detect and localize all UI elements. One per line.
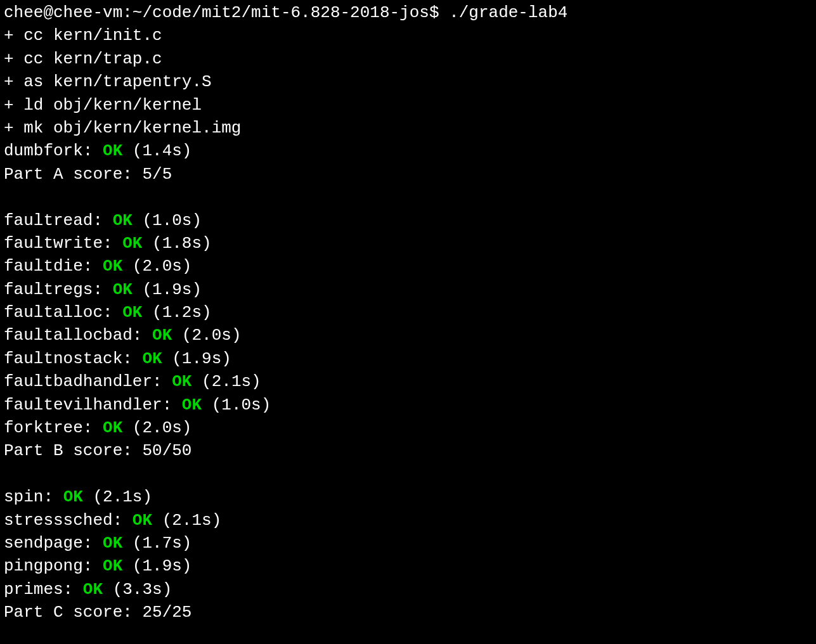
- test-result-line: faultalloc: OK (1.2s): [4, 301, 812, 324]
- test-time: (1.9s): [122, 557, 191, 576]
- test-name: faultbadhandler:: [4, 372, 172, 391]
- build-text: + cc kern/init.c: [4, 26, 162, 45]
- test-status: OK: [122, 234, 142, 253]
- test-status: OK: [182, 396, 202, 415]
- build-line: + cc kern/trap.c: [4, 48, 812, 70]
- score-text: Part A score: 5/5: [4, 165, 172, 184]
- test-status: OK: [113, 280, 133, 299]
- prompt-path: ~/code/mit2/mit-6.828-2018-jos: [133, 3, 429, 22]
- score-line: Part C score: 25/25: [4, 601, 812, 624]
- test-time: (1.7s): [122, 534, 191, 553]
- test-time: (1.9s): [133, 280, 202, 299]
- test-status: OK: [113, 211, 133, 230]
- test-time: (2.0s): [122, 257, 191, 276]
- prompt-separator: :: [122, 3, 133, 22]
- test-result-line: faultwrite: OK (1.8s): [4, 232, 812, 255]
- build-line: + cc kern/init.c: [4, 24, 812, 47]
- test-status: OK: [103, 557, 122, 576]
- test-result-line: faultnostack: OK (1.9s): [4, 347, 812, 370]
- prompt-dollar: $: [429, 3, 449, 22]
- build-text: + as kern/trapentry.S: [4, 72, 212, 91]
- test-name: faultwrite:: [4, 234, 122, 253]
- test-time: (3.3s): [103, 580, 172, 599]
- test-time: (2.0s): [172, 326, 241, 345]
- test-name: faultread:: [4, 211, 113, 230]
- test-result-line: pingpong: OK (1.9s): [4, 555, 812, 577]
- test-name: forktree:: [4, 418, 103, 437]
- build-line: + mk obj/kern/kernel.img: [4, 117, 812, 139]
- test-result-line: spin: OK (2.1s): [4, 486, 812, 508]
- blank-line: [4, 463, 812, 486]
- test-result-line: forktree: OK (2.0s): [4, 416, 812, 439]
- test-name: faultregs:: [4, 280, 113, 299]
- test-name: pingpong:: [4, 557, 103, 576]
- test-time: (1.0s): [202, 396, 271, 415]
- terminal-output[interactable]: chee@chee-vm:~/code/mit2/mit-6.828-2018-…: [4, 1, 812, 624]
- score-text: Part C score: 25/25: [4, 603, 191, 622]
- test-name: faultevilhandler:: [4, 396, 182, 415]
- test-status: OK: [83, 580, 103, 599]
- score-line: Part A score: 5/5: [4, 163, 812, 186]
- prompt-user-host: chee@chee-vm: [4, 3, 122, 22]
- test-result-line: faultbadhandler: OK (2.1s): [4, 370, 812, 393]
- test-status: OK: [152, 326, 172, 345]
- test-result-line: dumbfork: OK (1.4s): [4, 139, 812, 162]
- build-line: + as kern/trapentry.S: [4, 70, 812, 93]
- command-text: ./grade-lab4: [449, 3, 567, 22]
- test-time: (1.4s): [122, 141, 191, 160]
- test-time: (1.9s): [162, 349, 231, 368]
- test-status: OK: [103, 418, 122, 437]
- test-name: dumbfork:: [4, 141, 103, 160]
- test-status: OK: [142, 349, 162, 368]
- test-time: (2.1s): [83, 487, 152, 506]
- test-name: faultallocbad:: [4, 326, 152, 345]
- test-status: OK: [103, 534, 122, 553]
- build-text: + ld obj/kern/kernel: [4, 96, 202, 115]
- test-time: (2.1s): [152, 511, 221, 530]
- test-name: spin:: [4, 487, 63, 506]
- build-line: + ld obj/kern/kernel: [4, 94, 812, 117]
- test-result-line: faultdie: OK (2.0s): [4, 255, 812, 278]
- test-status: OK: [133, 511, 152, 530]
- build-text: + mk obj/kern/kernel.img: [4, 119, 241, 138]
- test-status: OK: [172, 372, 191, 391]
- test-time: (2.0s): [122, 418, 191, 437]
- test-result-line: faultread: OK (1.0s): [4, 209, 812, 232]
- prompt-line: chee@chee-vm:~/code/mit2/mit-6.828-2018-…: [4, 1, 812, 24]
- score-text: Part B score: 50/50: [4, 441, 191, 460]
- test-status: OK: [103, 141, 122, 160]
- build-text: + cc kern/trap.c: [4, 49, 162, 68]
- test-time: (1.2s): [142, 303, 211, 322]
- blank-line: [4, 186, 812, 209]
- test-result-line: sendpage: OK (1.7s): [4, 532, 812, 555]
- test-name: faultalloc:: [4, 303, 122, 322]
- test-name: faultnostack:: [4, 349, 142, 368]
- test-result-line: faultevilhandler: OK (1.0s): [4, 394, 812, 416]
- score-line: Part B score: 50/50: [4, 439, 812, 462]
- test-time: (2.1s): [191, 372, 261, 391]
- test-result-line: primes: OK (3.3s): [4, 578, 812, 601]
- test-result-line: faultallocbad: OK (2.0s): [4, 324, 812, 347]
- test-status: OK: [63, 487, 83, 506]
- test-name: stresssched:: [4, 511, 133, 530]
- test-status: OK: [103, 257, 122, 276]
- test-name: sendpage:: [4, 534, 103, 553]
- test-name: faultdie:: [4, 257, 103, 276]
- test-time: (1.0s): [133, 211, 202, 230]
- test-time: (1.8s): [142, 234, 211, 253]
- test-result-line: faultregs: OK (1.9s): [4, 278, 812, 301]
- test-name: primes:: [4, 580, 83, 599]
- test-status: OK: [122, 303, 142, 322]
- test-result-line: stresssched: OK (2.1s): [4, 509, 812, 532]
